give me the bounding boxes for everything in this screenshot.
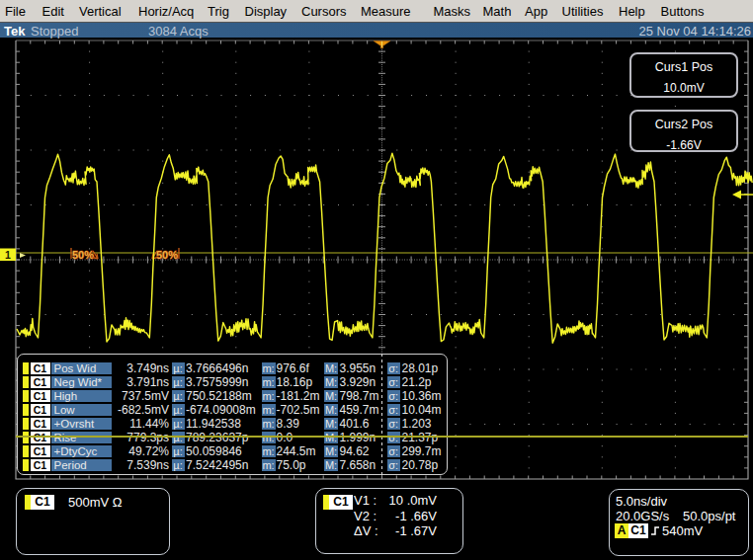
- svg-text:50%: 50%: [72, 249, 94, 261]
- svg-text:50%: 50%: [156, 249, 178, 261]
- svg-text:1: 1: [5, 249, 11, 261]
